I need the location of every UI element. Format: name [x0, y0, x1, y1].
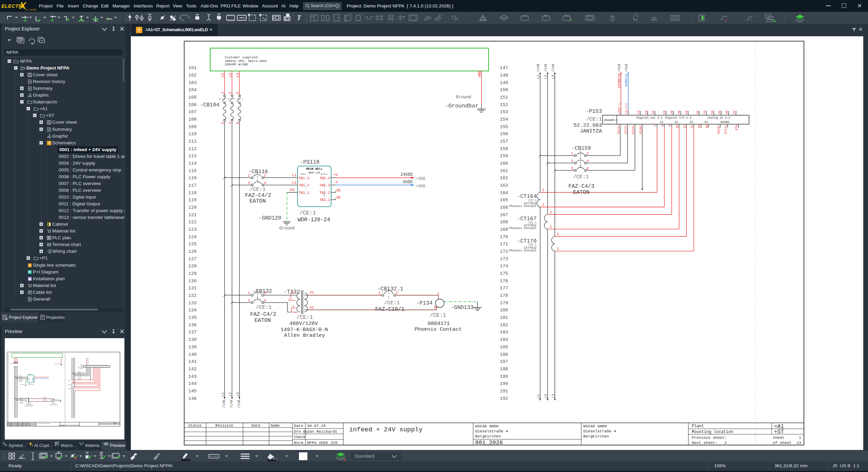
svg-text:OUTPUT: OUTPUT	[321, 173, 328, 176]
svg-text:RS485: RS485	[721, 121, 729, 124]
svg-text:4: 4	[587, 159, 589, 163]
svg-text:119: 119	[188, 198, 197, 203]
svg-text:151: 151	[500, 95, 508, 100]
svg-text:133: 133	[188, 301, 197, 306]
svg-text:/CE:1: /CE:1	[300, 210, 316, 216]
svg-text:24VDC: 24VDC	[400, 172, 413, 177]
svg-text:15: 15	[652, 110, 655, 114]
svg-text:2(L/+): 2(L/+)	[625, 103, 628, 114]
svg-text:113: 113	[188, 153, 197, 159]
svg-text:115: 115	[188, 168, 197, 173]
svg-text:17(A): 17(A)	[724, 125, 728, 134]
svg-text:3: 3	[248, 299, 250, 303]
svg-text:4(V2): 4(V2)	[624, 125, 628, 134]
svg-text:L3: L3	[551, 394, 555, 398]
svg-text:24VDC10: 24VDC10	[618, 74, 621, 88]
svg-text:480V/120V: 480V/120V	[289, 321, 318, 327]
svg-text:18: 18	[698, 125, 701, 128]
svg-text:Norm: Norm	[294, 440, 303, 445]
svg-text:2: 2	[292, 305, 294, 308]
svg-text:-Groundbar: -Groundbar	[445, 103, 479, 109]
svg-text:110: 110	[188, 131, 197, 137]
svg-text:/146: /146	[544, 64, 548, 72]
svg-text:2: 2	[550, 210, 552, 214]
svg-text:N: N	[434, 306, 436, 309]
svg-text:109: 109	[188, 124, 197, 129]
svg-text:16(B): 16(B)	[717, 125, 721, 134]
svg-text:EATON: EATON	[255, 317, 271, 324]
svg-text:TB2.2: TB2.2	[319, 191, 330, 195]
svg-text:X1: X1	[310, 291, 314, 294]
svg-text:112: 112	[188, 146, 197, 151]
svg-text:2: 2	[221, 122, 225, 124]
svg-text:Status: Status	[188, 424, 202, 428]
svg-text:sheet: sheet	[773, 435, 785, 440]
svg-text:127: 127	[188, 256, 197, 262]
svg-text:Dieselstraße 4: Dieselstraße 4	[475, 429, 508, 433]
svg-text:infeed + 24V supply: infeed + 24V supply	[349, 426, 423, 433]
svg-text:/CE:1: /CE:1	[384, 300, 400, 306]
svg-text:5(V3): 5(V3)	[632, 125, 635, 134]
svg-text:MEAN WELL: MEAN WELL	[306, 167, 323, 171]
svg-text:140: 140	[188, 352, 197, 357]
svg-text:161: 161	[500, 168, 508, 173]
svg-text:-GND133: -GND133	[451, 305, 473, 311]
svg-text:TB1.3: TB1.3	[299, 176, 309, 180]
svg-text:101: 101	[188, 65, 197, 70]
svg-text:142: 142	[188, 367, 197, 372]
svg-text:3: 3	[228, 92, 232, 94]
svg-text:0VDC: 0VDC	[403, 180, 413, 185]
svg-text:12: 12	[691, 125, 694, 128]
svg-text:UMG96RM-E: UMG96RM-E	[604, 119, 618, 122]
svg-text:155: 155	[500, 124, 508, 129]
svg-text:I2: I2	[674, 121, 678, 124]
svg-text:/CE:1: /CE:1	[573, 174, 589, 180]
svg-text:156: 156	[500, 131, 508, 137]
svg-text:138: 138	[188, 337, 197, 342]
svg-text:TB2.1: TB2.1	[319, 198, 330, 202]
svg-text:-CB132.1: -CB132.1	[377, 286, 403, 292]
svg-text:-T132: -T132	[284, 289, 300, 295]
svg-text:-CB132: -CB132	[253, 288, 272, 294]
svg-text:L2: L2	[228, 392, 232, 396]
svg-text:191: 191	[500, 389, 508, 394]
svg-text:/418: /418	[618, 64, 621, 72]
svg-text:5: 5	[236, 92, 240, 94]
svg-text:GND: GND	[478, 71, 482, 77]
svg-text:3(V1): 3(V1)	[617, 125, 621, 134]
svg-text:Plant: Plant	[692, 424, 704, 429]
svg-text:170: 170	[500, 234, 508, 240]
svg-text:8: 8	[661, 125, 665, 126]
svg-text:/CE:1: /CE:1	[430, 312, 446, 319]
svg-text:1: 1	[248, 291, 250, 295]
svg-text:Jan Reichardt: Jan Reichardt	[307, 429, 338, 434]
svg-text:480VAC 3PH, 3Wire 60Hz: 480VAC 3PH, 3Wire 60Hz	[225, 59, 267, 63]
svg-text:104: 104	[188, 87, 197, 93]
svg-text:4: 4	[295, 311, 297, 314]
svg-text:3: 3	[248, 181, 250, 185]
svg-text:L2: L2	[544, 75, 548, 79]
svg-text:/148: /148	[222, 400, 226, 408]
svg-text:-CB104: -CB104	[200, 102, 220, 108]
svg-text:10: 10	[676, 125, 679, 128]
svg-text:166: 166	[500, 205, 508, 210]
svg-text:DC: DC	[337, 196, 341, 200]
svg-text:2: 2	[542, 188, 544, 192]
svg-text:171: 171	[500, 242, 508, 247]
svg-text:146: 146	[188, 396, 197, 401]
svg-text:200AMP W/GND: 200AMP W/GND	[225, 63, 248, 66]
svg-text:31: 31	[685, 110, 688, 114]
svg-text:187: 187	[500, 359, 508, 364]
svg-text:174: 174	[500, 264, 508, 269]
svg-text:1: 1	[221, 92, 225, 94]
svg-text:-PS118: -PS118	[300, 159, 320, 165]
svg-text:178: 178	[500, 293, 508, 298]
svg-text:WSCAD GmbH: WSCAD GmbH	[475, 424, 499, 428]
svg-text:192: 192	[500, 396, 508, 401]
svg-text:2: 2	[557, 232, 559, 236]
svg-text:125: 125	[188, 242, 197, 247]
svg-text:123: 123	[188, 227, 197, 232]
svg-text:Customer supplied: Customer supplied	[225, 56, 258, 59]
svg-text:Digital out 1-2: Digital out 1-2	[637, 116, 663, 120]
svg-text:/CE:1: /CE:1	[586, 116, 602, 122]
